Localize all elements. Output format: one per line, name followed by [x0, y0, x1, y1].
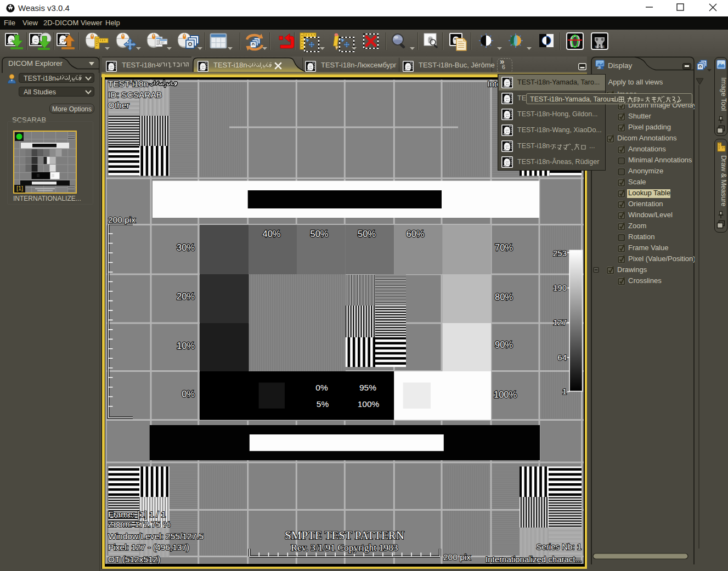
svg-text:ID: SCSARAB: ID: SCSARAB [108, 90, 162, 99]
svg-text:OT (512x512): OT (512x512) [108, 555, 160, 564]
svg-text:40%: 40% [262, 229, 280, 239]
svg-text:50%: 50% [358, 229, 376, 239]
svg-text:TEST-i18n-: TEST-i18n- [108, 80, 151, 88]
svg-text:127: 127 [553, 318, 567, 327]
svg-text:Internationalized charact...: Internationalized charact... [486, 555, 582, 564]
svg-text:200 pix: 200 pix [443, 552, 471, 562]
svg-text:100%: 100% [494, 389, 517, 399]
svg-text:1: 1 [562, 387, 567, 396]
svg-text:5%: 5% [317, 399, 329, 409]
svg-text:Pixel: 127 - (496,137): Pixel: 127 - (496,137) [108, 542, 189, 552]
svg-text:200 pix: 200 pix [108, 215, 136, 224]
svg-text:Zoom: 172.75 %: Zoom: 172.75 % [108, 519, 171, 529]
svg-text:0%: 0% [182, 389, 195, 399]
svg-text:Rev. 3/1/91 Copyright 1983: Rev. 3/1/91 Copyright 1983 [291, 542, 398, 553]
svg-text:100%: 100% [358, 399, 380, 409]
svg-text:70%: 70% [495, 242, 513, 252]
svg-text:10%: 10% [177, 341, 195, 350]
svg-text:0%: 0% [315, 383, 328, 392]
svg-text:253: 253 [553, 248, 567, 258]
svg-text:Series Nb: 1: Series Nb: 1 [536, 542, 582, 551]
svg-text:SMPTE TEST PATTERN: SMPTE TEST PATTERN [285, 529, 404, 542]
svg-text:Frame: [1] 1 / 1: Frame: [1] 1 / 1 [108, 510, 166, 519]
svg-text:90%: 90% [495, 340, 513, 349]
svg-text:20%: 20% [177, 291, 195, 301]
svg-text:190: 190 [553, 283, 567, 292]
svg-text:95%: 95% [359, 383, 376, 392]
svg-text:Window/Level: 255/127.5: Window/Level: 255/127.5 [108, 532, 204, 541]
svg-text:WEASIS: WEASIS [595, 46, 605, 48]
svg-text:Other: Other [108, 100, 129, 110]
svg-text:60%: 60% [406, 229, 424, 239]
svg-text:80%: 80% [495, 292, 513, 302]
svg-text:64: 64 [557, 353, 567, 362]
svg-text:50%: 50% [310, 229, 328, 239]
svg-text:30%: 30% [177, 242, 195, 252]
